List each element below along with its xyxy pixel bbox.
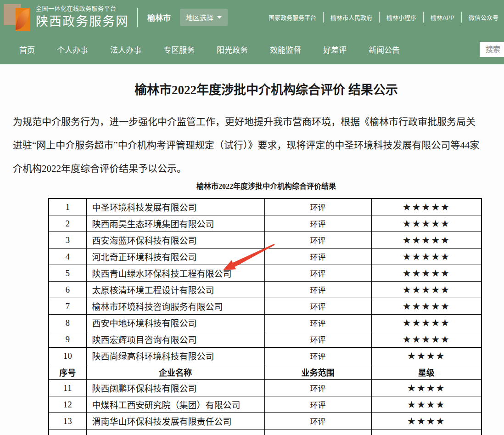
column-header: 业务范围 [264, 364, 371, 380]
table-row: 6太原核清环境工程设计有限公司环评★★★★★ [49, 282, 482, 298]
row-number: 8 [49, 315, 86, 331]
row-number: 5 [49, 265, 86, 282]
nav-item[interactable]: 好差评 [323, 44, 347, 55]
site-header: 全国一体化在线政务服务平台 陕西政务服务网 榆林市 地区选择 国家政务服务平台 … [0, 0, 504, 34]
site-logo[interactable] [4, 4, 30, 32]
company-name: 陕西尚绿高科环境科技有限公司 [86, 348, 264, 364]
star-rating: ★★★★★ [371, 282, 482, 298]
star-rating: ★★★★ [371, 413, 482, 429]
topbar-link-list: 国家政务服务平台 榆林市人民政府 榆林小程序 榆林APP 微信公众号 [262, 12, 504, 23]
row-number: 10 [49, 348, 86, 364]
page-title: 榆林市2022年度涉批中介机构综合评价 结果公示 [0, 81, 504, 99]
table-row: 9陕西宏辉项目咨询有限公司环评★★★★★ [49, 331, 482, 348]
table-row: 7榆林市环境科技咨询服务有限公司环评★★★★★ [49, 298, 482, 315]
paragraph-line: 介机构2022年度综合评价结果予以公示。 [13, 157, 504, 181]
topbar-link[interactable]: 微信公众号 [461, 12, 504, 23]
star-rating: ★★★★★ [371, 232, 482, 249]
business-scope: 环评 [264, 298, 371, 315]
nav-item[interactable]: 新闻公告 [369, 44, 400, 55]
table-row: 3西安海蓝环保科技有限公司环评★★★★★ [49, 232, 482, 249]
business-scope: 环评 [264, 315, 371, 331]
search-input[interactable] [480, 42, 504, 57]
table-row [49, 429, 482, 435]
company-name: 中圣环境科技发展有限公司 [86, 198, 264, 215]
company-name: 陕西雨昊生态环境集团有限公司 [86, 215, 264, 232]
business-scope: 环评 [264, 215, 371, 232]
company-name: 太原核清环境工程设计有限公司 [86, 282, 264, 298]
business-scope: 环评 [264, 348, 371, 364]
announcement-page: 榆林市2022年度涉批中介机构综合评价 结果公示 为规范中介服务行为，进一步强化… [0, 64, 504, 435]
row-number: 1 [49, 198, 86, 215]
table-caption: 榆林市2022年度涉批中介机构综合评价结果 [0, 181, 504, 192]
company-name: 西安海蓝环保科技有限公司 [86, 232, 264, 249]
row-number: 9 [49, 331, 86, 348]
table-header-row: 序号企业名称业务范围星级 [49, 364, 482, 380]
star-rating: ★★★★★ [371, 215, 482, 232]
table-row: 4河北奇正环境科技有限公司环评★★★★★ [49, 249, 482, 265]
nav-item[interactable]: 法人办事 [110, 44, 141, 55]
business-scope: 环评 [264, 331, 371, 348]
site-name: 陕西政务服务网 [36, 15, 129, 29]
topbar-link[interactable]: 榆林APP [423, 12, 461, 23]
brand-divider [137, 8, 138, 27]
business-scope: 环评 [264, 282, 371, 298]
announcement-paragraph: 为规范中介服务行为，进一步强化中介监管工作，更好地提升我市营商环境，根据《榆林市… [13, 110, 504, 181]
star-rating: ★★★★★ [371, 315, 482, 331]
company-name: 河北奇正环境科技有限公司 [86, 249, 264, 265]
star-rating: ★★★★★ [371, 198, 482, 215]
table-row: 12中煤科工西安研究院（集团）有限公司环评★★★★ [49, 396, 482, 413]
topbar-link[interactable]: 国家政务服务平台 [262, 12, 323, 23]
table-row: 10陕西尚绿高科环境科技有限公司环评★★★★ [49, 348, 482, 364]
row-number: 6 [49, 282, 86, 298]
row-number: 7 [49, 298, 86, 315]
nav-item[interactable]: 效能监督 [270, 44, 301, 55]
main-nav: 首页 个人办事 法人办事 专区服务 阳光政务 效能监督 好差评 新闻公告 [0, 34, 504, 64]
chevron-down-icon [217, 16, 222, 21]
company-name: 中煤科工西安研究院（集团）有限公司 [86, 396, 264, 413]
brand-block: 全国一体化在线政务服务平台 陕西政务服务网 [36, 6, 129, 29]
evaluation-table-body: 1中圣环境科技发展有限公司环评★★★★★2陕西雨昊生态环境集团有限公司环评★★★… [49, 198, 482, 435]
star-rating: ★★★★ [371, 396, 482, 413]
column-header: 星级 [371, 364, 482, 380]
nav-item[interactable]: 阳光政务 [217, 44, 248, 55]
business-scope [264, 429, 371, 435]
nav-item-list: 首页 个人办事 法人办事 专区服务 阳光政务 效能监督 好差评 新闻公告 [19, 44, 400, 55]
region-selector-button[interactable]: 地区选择 [180, 9, 228, 26]
current-city-label: 榆林市 [147, 11, 171, 23]
star-rating: ★★★★★ [371, 265, 482, 282]
paragraph-line: 为规范中介服务行为，进一步强化中介监管工作，更好地提升我市营商环境，根据《榆林市… [13, 110, 504, 134]
region-selector-label: 地区选择 [186, 12, 213, 22]
topbar-link[interactable]: 榆林市人民政府 [323, 12, 379, 23]
column-header: 序号 [49, 364, 86, 380]
business-scope: 环评 [264, 413, 371, 429]
nav-item[interactable]: 专区服务 [163, 44, 195, 55]
paragraph-line: 进驻“网上中介服务超市”中介机构考评管理规定（试行）》要求，现将评定的中圣环境科… [13, 134, 504, 157]
nav-item[interactable]: 首页 [19, 44, 35, 55]
table-row: 2陕西雨昊生态环境集团有限公司环评★★★★★ [49, 215, 482, 232]
table-row: 5陕西青山绿水环保科技工程有限公司环评★★★★★ [49, 265, 482, 282]
column-header: 企业名称 [86, 364, 264, 380]
business-scope: 环评 [264, 396, 371, 413]
row-number: 3 [49, 232, 86, 249]
business-scope: 环评 [264, 380, 371, 396]
company-name: 陕西阔鹏环保科技有限公司 [86, 380, 264, 396]
table-row: 8西安中地环境科技有限公司环评★★★★★ [49, 315, 482, 331]
evaluation-table: 1中圣环境科技发展有限公司环评★★★★★2陕西雨昊生态环境集团有限公司环评★★★… [48, 198, 482, 435]
row-number: 2 [49, 215, 86, 232]
star-rating: ★★★★ [371, 380, 482, 396]
business-scope: 环评 [264, 198, 371, 215]
star-rating: ★★★★★ [371, 298, 482, 315]
business-scope: 环评 [264, 265, 371, 282]
business-scope: 环评 [264, 232, 371, 249]
star-rating: ★★★★★ [371, 249, 482, 265]
platform-subtitle: 全国一体化在线政务服务平台 [36, 6, 129, 12]
nav-item[interactable]: 个人办事 [57, 44, 88, 55]
company-name: 渭南华山环保科技发展有限责任公司 [86, 413, 264, 429]
table-row: 11陕西阔鹏环保科技有限公司环评★★★★ [49, 380, 482, 396]
business-scope: 环评 [264, 249, 371, 265]
row-number: 4 [49, 249, 86, 265]
company-name: 陕西宏辉项目咨询有限公司 [86, 331, 264, 348]
row-number: 11 [49, 380, 86, 396]
company-name [86, 429, 264, 435]
topbar-link[interactable]: 榆林小程序 [379, 12, 423, 23]
